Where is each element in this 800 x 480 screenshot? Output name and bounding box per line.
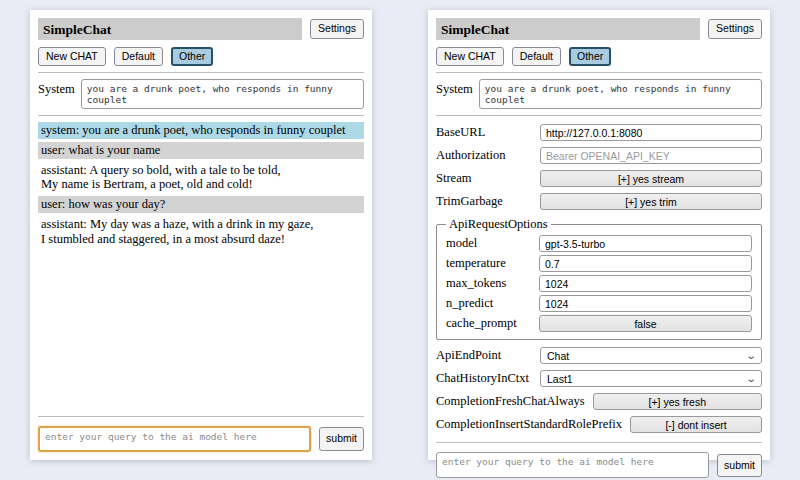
divider [38,72,364,73]
api-endpoint-select[interactable]: Chat ⌄ [540,347,762,364]
temperature-label: temperature [446,256,506,271]
authorization-input[interactable] [540,147,762,164]
system-prompt-input[interactable]: you are a drunk poet, who responds in fu… [479,79,762,109]
baseurl-input[interactable] [540,124,762,141]
setting-row-max-tokens: max_tokens [446,275,752,292]
setting-row-trimgarbage: TrimGarbage [+] yes trim [436,193,762,210]
setting-row-chat-history-in-ctxt: ChatHistoryInCtxt Last1 ⌄ [436,370,762,387]
cache-prompt-toggle-button[interactable]: false [539,315,752,332]
trimgarbage-label: TrimGarbage [436,194,503,209]
divider [436,442,762,443]
setting-row-api-endpoint: ApiEndPoint Chat ⌄ [436,347,762,364]
chat-log: system: you are a drunk poet, who respon… [38,122,364,410]
chat-message-system: system: you are a drunk poet, who respon… [38,122,364,139]
submit-button[interactable]: submit [319,427,364,450]
temperature-input[interactable] [539,255,752,272]
api-request-options-fieldset: ApiRequestOptions model temperature max_… [436,217,762,340]
n-predict-label: n_predict [446,296,493,311]
session-tab-default[interactable]: Default [114,47,163,66]
session-tab-other[interactable]: Other [171,47,213,66]
setting-row-authorization: Authorization [436,147,762,164]
settings-form: BaseURL Authorization Stream [+] yes str… [436,121,762,436]
setting-row-baseurl: BaseURL [436,124,762,141]
settings-panel: SimpleChat Settings New CHAT Default Oth… [428,10,770,460]
n-predict-input[interactable] [539,295,752,312]
chat-history-in-ctxt-select[interactable]: Last1 ⌄ [540,370,762,387]
cache-prompt-label: cache_prompt [446,316,517,331]
user-query-input[interactable] [436,452,709,478]
authorization-label: Authorization [436,148,505,163]
chat-history-selected-value: Last1 [547,373,573,385]
stream-label: Stream [436,171,471,186]
settings-button[interactable]: Settings [310,19,364,38]
app-title: SimpleChat [43,22,111,37]
title-bar: SimpleChat [436,18,700,40]
model-label: model [446,236,477,251]
setting-row-completion-fresh-chat-always: CompletionFreshChatAlways [+] yes fresh [436,393,762,410]
baseurl-label: BaseURL [436,125,485,140]
app-title: SimpleChat [441,22,509,37]
system-prompt-input[interactable]: you are a drunk poet, who responds in fu… [81,79,364,109]
trimgarbage-toggle-button[interactable]: [+] yes trim [540,193,762,210]
max-tokens-label: max_tokens [446,276,506,291]
session-toolbar: New CHAT Default Other [436,47,762,66]
completion-insert-standard-role-prefix-label: CompletionInsertStandardRolePrefix [436,417,622,432]
model-input[interactable] [539,235,752,252]
session-tab-other[interactable]: Other [569,47,611,66]
divider [436,115,762,116]
chat-message-user: user: what is your name [38,142,364,159]
setting-row-n-predict: n_predict [446,295,752,312]
chat-message-assistant: assistant: My day was a haze, with a dri… [38,216,364,248]
divider [38,115,364,116]
api-request-options-legend: ApiRequestOptions [446,217,551,232]
chevron-down-icon: ⌄ [745,374,757,384]
system-prompt-label: System [38,79,75,109]
submit-button[interactable]: submit [717,454,762,477]
setting-row-completion-insert-standard-role-prefix: CompletionInsertStandardRolePrefix [-] d… [436,416,762,433]
chat-history-in-ctxt-label: ChatHistoryInCtxt [436,371,529,386]
query-row: submit [38,426,364,452]
system-prompt-row: System you are a drunk poet, who respond… [436,79,762,109]
completion-fresh-chat-always-label: CompletionFreshChatAlways [436,394,585,409]
user-query-input[interactable] [38,426,311,452]
new-chat-button[interactable]: New CHAT [436,47,504,66]
new-chat-button[interactable]: New CHAT [38,47,106,66]
max-tokens-input[interactable] [539,275,752,292]
chevron-down-icon: ⌄ [745,351,757,361]
completion-fresh-chat-always-toggle-button[interactable]: [+] yes fresh [593,393,762,410]
setting-row-temperature: temperature [446,255,752,272]
settings-button[interactable]: Settings [708,19,762,38]
session-tab-default[interactable]: Default [512,47,561,66]
setting-row-cache-prompt: cache_prompt false [446,315,752,332]
header: SimpleChat Settings [38,18,364,40]
system-prompt-row: System you are a drunk poet, who respond… [38,79,364,109]
setting-row-stream: Stream [+] yes stream [436,170,762,187]
completion-insert-standard-role-prefix-toggle-button[interactable]: [-] dont insert [630,416,762,433]
chat-message-user: user: how was your day? [38,196,364,213]
chat-message-assistant: assistant: A query so bold, with a tale … [38,162,364,194]
system-prompt-label: System [436,79,473,109]
divider [436,72,762,73]
header: SimpleChat Settings [436,18,762,40]
title-bar: SimpleChat [38,18,302,40]
api-endpoint-label: ApiEndPoint [436,348,501,363]
stream-toggle-button[interactable]: [+] yes stream [540,170,762,187]
session-toolbar: New CHAT Default Other [38,47,364,66]
setting-row-model: model [446,235,752,252]
query-row: submit [436,452,762,478]
api-endpoint-selected-value: Chat [547,350,569,362]
divider [38,416,364,417]
chat-panel: SimpleChat Settings New CHAT Default Oth… [30,10,372,460]
